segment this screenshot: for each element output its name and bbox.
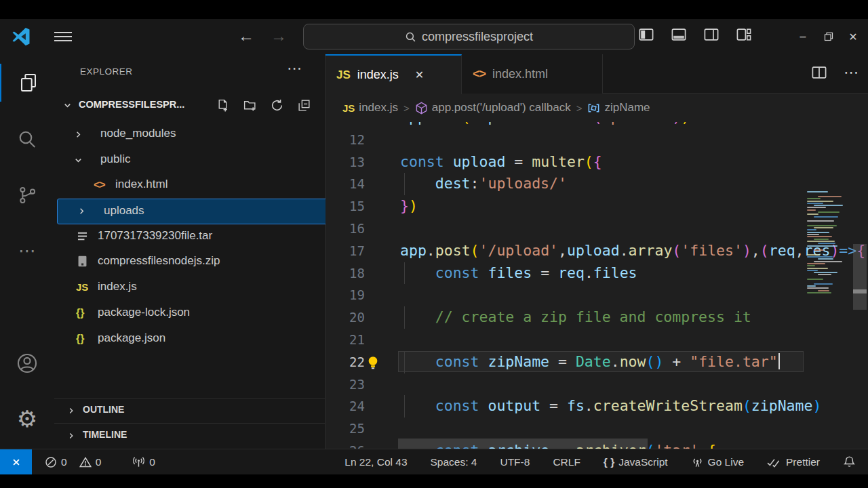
- tree-item-label: public: [100, 152, 130, 166]
- tree-item-package.json[interactable]: {}package.json: [54, 327, 325, 352]
- command-center-search[interactable]: compressfilesproject: [303, 24, 635, 49]
- close-tab-icon[interactable]: ✕: [415, 68, 424, 81]
- code-line-19[interactable]: 19: [326, 284, 868, 306]
- code-line-12[interactable]: 12: [326, 129, 868, 151]
- person-icon: [16, 352, 39, 375]
- tab-label: index.js: [357, 68, 399, 82]
- settings-gear-icon[interactable]: ⚙: [0, 400, 54, 438]
- symbol-variable-icon: [587, 102, 600, 115]
- status-item-label: Ln 22, Col 43: [344, 456, 407, 468]
- line-number: 22: [326, 351, 365, 373]
- js-file-icon: JS: [342, 102, 355, 114]
- close-button[interactable]: ✕: [840, 23, 867, 50]
- collapse-all-icon[interactable]: [297, 98, 312, 113]
- menu-icon[interactable]: [54, 29, 72, 44]
- code-line-13[interactable]: 13const upload = multer({: [326, 151, 868, 174]
- code-line-11[interactable]: 11app.use(express.static('public')): [326, 122, 868, 129]
- html-file-icon: <>: [94, 179, 105, 190]
- toggle-panel-icon[interactable]: [670, 26, 688, 43]
- tree-item-1707317339230file.tar[interactable]: 1707317339230file.tar: [54, 224, 325, 250]
- tab-bar: JS index.js ✕ <> index.html ⋯: [326, 54, 868, 94]
- code-area[interactable]: 11app.use(express.static('public'))1213c…: [326, 122, 868, 449]
- editor-scrollbar[interactable]: [852, 122, 868, 449]
- code-line-25[interactable]: 25: [326, 418, 868, 440]
- code-line-22[interactable]: 22 const zipName = Date.now() + "file.ta…: [326, 351, 868, 373]
- breadcrumb-item[interactable]: JSindex.js: [342, 101, 398, 115]
- application-frame: ← → compressfilesproject – ✕: [0, 19, 868, 474]
- breadcrumb[interactable]: JSindex.js>app.post('/upload') callback>…: [326, 94, 868, 122]
- remote-indicator[interactable]: [0, 449, 32, 474]
- tree-item-public[interactable]: public: [54, 148, 325, 174]
- tree-item-label: uploads: [104, 204, 144, 218]
- more-actions-icon[interactable]: ⋯: [844, 64, 859, 81]
- status-item-go-live[interactable]: Go Live: [688, 455, 747, 468]
- toggle-sidebar-icon[interactable]: [637, 26, 655, 43]
- vscode-window: ← → compressfilesproject – ✕: [0, 0, 868, 488]
- timeline-section[interactable]: TIMELINE: [54, 423, 325, 449]
- tree-item-index.js[interactable]: JSindex.js: [54, 275, 325, 301]
- status-item-ln-22-col-43[interactable]: Ln 22, Col 43: [342, 456, 410, 468]
- search-activity-icon[interactable]: [0, 120, 54, 158]
- tree-item-index.html[interactable]: <>index.html: [54, 173, 325, 199]
- forward-arrow-button[interactable]: →: [267, 24, 290, 47]
- back-arrow-button[interactable]: ←: [235, 24, 258, 47]
- new-folder-icon[interactable]: [243, 98, 258, 113]
- code-line-23[interactable]: 23: [326, 373, 868, 396]
- status-item-bell[interactable]: [840, 455, 859, 468]
- line-number: 16: [326, 218, 365, 240]
- code-line-21[interactable]: 21: [326, 329, 868, 351]
- explorer-header: EXPLORER ⋯: [54, 54, 325, 89]
- more-activity-icon[interactable]: ⋯: [0, 232, 54, 270]
- account-icon[interactable]: [0, 344, 54, 382]
- status-item-javascript[interactable]: { }JavaScript: [601, 456, 671, 468]
- split-editor-icon[interactable]: [811, 64, 827, 81]
- customize-layout-icon[interactable]: [735, 26, 753, 43]
- status-item-spaces-4[interactable]: Spaces: 4: [428, 456, 480, 468]
- project-section-header[interactable]: COMPRESSFILESPR...: [54, 92, 325, 119]
- status-item-label: Prettier: [786, 456, 820, 468]
- tree-item-compressfilesnodejs.zip[interactable]: compressfilesnodejs.zip: [54, 249, 325, 275]
- line-number: 26: [326, 440, 365, 449]
- scrollbar-slider[interactable]: [853, 244, 867, 310]
- line-number: 19: [326, 284, 365, 306]
- lightbulb-icon[interactable]: [366, 355, 380, 370]
- explorer-more-actions-icon[interactable]: ⋯: [287, 60, 302, 77]
- code-line-16[interactable]: 16: [326, 218, 868, 240]
- restore-button[interactable]: [815, 23, 842, 50]
- indent-guide: [404, 306, 405, 329]
- tree-item-uploads[interactable]: uploads: [57, 199, 328, 224]
- problems-status[interactable]: 0 0 0: [42, 449, 158, 474]
- tree-item-package-lock.json[interactable]: {}package-lock.json: [54, 301, 325, 327]
- status-item-utf-8[interactable]: UTF-8: [497, 456, 532, 468]
- status-bar-right: Ln 22, Col 43Spaces: 4UTF-8CRLF{ }JavaSc…: [342, 449, 859, 474]
- code-line-24[interactable]: 24 const output = fs.createWriteStream(z…: [326, 395, 868, 418]
- scrollbar-decoration: [853, 289, 867, 293]
- code-line-17[interactable]: 17app.post('/upload',upload.array('files…: [326, 240, 868, 262]
- code-line-18[interactable]: 18 const files = req.files: [326, 262, 868, 285]
- explorer-activity-icon[interactable]: [0, 64, 56, 102]
- new-file-icon[interactable]: [216, 98, 231, 113]
- chevron-right-icon: [66, 431, 76, 441]
- line-number: 23: [326, 373, 365, 396]
- tree-item-node_modules[interactable]: node_modules: [54, 122, 325, 148]
- layout-controls: [637, 26, 753, 43]
- tree-item-label: package.json: [98, 331, 165, 345]
- code-line-14[interactable]: 14 dest:'uploads/': [326, 173, 868, 195]
- outline-section[interactable]: OUTLINE: [54, 398, 325, 424]
- ports-status[interactable]: 0: [130, 455, 158, 468]
- code-line-20[interactable]: 20 // create a zip file and compress it: [326, 306, 868, 329]
- status-item-prettier[interactable]: Prettier: [764, 456, 823, 468]
- breadcrumb-item[interactable]: app.post('/upload') callback: [415, 101, 571, 115]
- bell-icon[interactable]: [843, 455, 856, 468]
- minimap[interactable]: [804, 188, 852, 296]
- code-line-15[interactable]: 15}): [326, 195, 868, 218]
- breadcrumb-item[interactable]: zipName: [587, 101, 650, 115]
- tab-index-js[interactable]: JS index.js ✕: [326, 54, 462, 94]
- refresh-icon[interactable]: [270, 98, 285, 113]
- minimize-button[interactable]: –: [789, 23, 816, 50]
- toggle-secondary-sidebar-icon[interactable]: [703, 26, 720, 43]
- source-control-activity-icon[interactable]: [0, 176, 54, 214]
- tab-index-html[interactable]: <> index.html: [462, 54, 603, 94]
- code-line-26[interactable]: 26 const archive = archiver('tar',{: [326, 440, 868, 449]
- status-item-crlf[interactable]: CRLF: [550, 456, 583, 468]
